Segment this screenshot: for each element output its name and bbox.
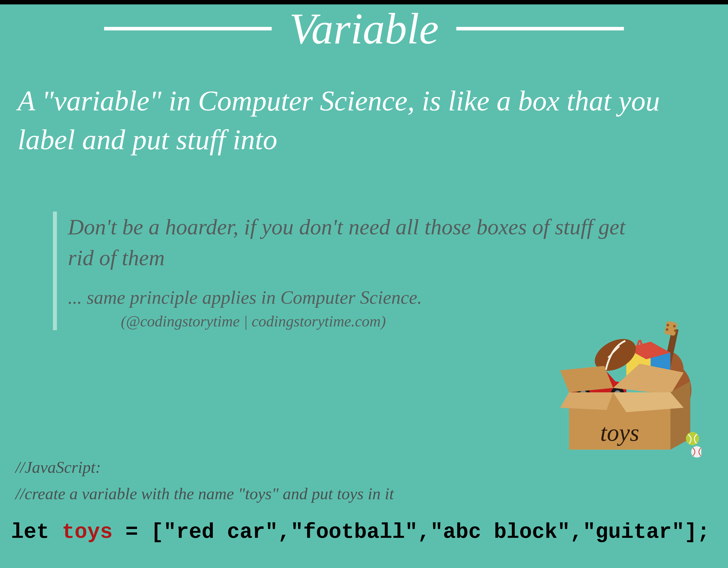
comment-line-2: //create a variable with the name "toys"… bbox=[15, 480, 394, 507]
quote-block: Don't be a hoarder, if you don't need al… bbox=[53, 212, 651, 330]
top-black-bar bbox=[0, 0, 728, 4]
svg-point-5 bbox=[666, 324, 669, 326]
title-rule-right bbox=[456, 27, 624, 30]
baseball-icon bbox=[691, 446, 701, 458]
code-rest: = ["red car","football","abc block","gui… bbox=[113, 520, 710, 544]
code-keyword: let bbox=[11, 520, 62, 544]
box-flap-front-left bbox=[560, 392, 613, 410]
code-comments: //JavaScript: //create a variable with t… bbox=[15, 454, 394, 507]
quote-sub: ... same principle applies in Computer S… bbox=[68, 286, 651, 308]
subtitle-text: A "variable" in Computer Science, is lik… bbox=[18, 82, 710, 159]
comment-line-1: //JavaScript: bbox=[15, 454, 394, 480]
svg-point-6 bbox=[673, 325, 676, 327]
title-row: Variable bbox=[0, 7, 728, 51]
svg-text:A: A bbox=[634, 335, 645, 355]
page-title: Variable bbox=[285, 7, 443, 51]
tennis-ball-icon bbox=[686, 432, 699, 445]
box-label: toys bbox=[600, 419, 639, 446]
toy-box-illustration: B A toys bbox=[547, 315, 701, 469]
title-rule-left bbox=[104, 27, 272, 30]
code-variable-name: toys bbox=[62, 520, 112, 544]
svg-point-8 bbox=[674, 329, 677, 332]
code-line: let toys = ["red car","football","abc bl… bbox=[11, 520, 710, 544]
quote-main: Don't be a hoarder, if you don't need al… bbox=[68, 212, 651, 273]
svg-point-7 bbox=[666, 328, 668, 331]
box-flap-back-left bbox=[560, 366, 613, 392]
